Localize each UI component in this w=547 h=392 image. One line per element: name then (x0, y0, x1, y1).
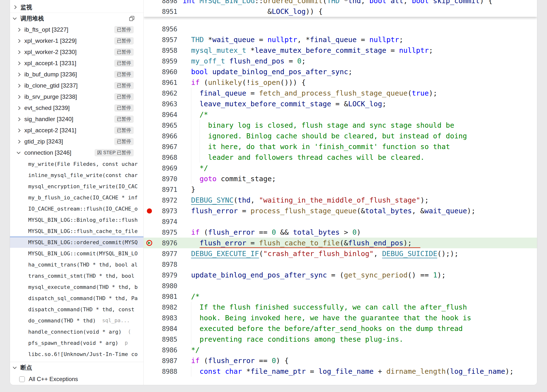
code-text[interactable] (177, 280, 537, 291)
sticky-scroll: 8898int MYSQL_BIN_LOG::ordered_commit(TH… (144, 0, 537, 17)
thread-row[interactable]: ib_fts_opt [3227]已暂停 (10, 24, 143, 35)
breakpoints-section-header[interactable]: 断点 (10, 362, 143, 373)
code-text[interactable]: flush_error = process_flush_stage_queue(… (177, 205, 537, 216)
code-token: ); (467, 207, 476, 215)
thread-row[interactable]: ib_clone_gtid [3237]已暂停 (10, 80, 143, 91)
code-text[interactable]: it here, do that work in 'finish_commit'… (177, 141, 537, 152)
code-text[interactable]: If the flush finished successfully, we c… (177, 302, 537, 312)
code-text[interactable] (177, 259, 537, 270)
code-text[interactable]: THD *wait_queue = nullptr, *final_queue … (177, 34, 537, 45)
code-text[interactable]: */ (177, 345, 537, 355)
code-text[interactable]: flush_error = flush_cache_to_file(&flush… (177, 238, 537, 248)
stack-frame[interactable]: inline_mysql_file_write(const char (10, 169, 143, 181)
code-text[interactable]: if (flush_error == 0) { (177, 355, 537, 366)
frame-name: pfs_spawn_thread(void * arg) (28, 340, 118, 346)
stack-frame[interactable]: dispatch_sql_command(THD * thd, Pa (10, 293, 143, 304)
stack-frame[interactable]: MYSQL_BIN_LOG::commit(MYSQL_BIN_LO (10, 248, 143, 259)
stack-frame[interactable]: my_b_flush_io_cache(IO_CACHE * inf (10, 192, 143, 203)
code-text[interactable] (177, 216, 537, 227)
code-text[interactable]: final_queue = fetch_and_process_flush_st… (177, 88, 537, 98)
thread-row[interactable]: xpl_worker-2 [3230]已暂停 (10, 46, 143, 58)
code-line: 8967 it here, do that work in 'finish_co… (144, 141, 537, 152)
line-number: 8971 (155, 186, 177, 193)
checkbox[interactable] (19, 376, 25, 382)
code-token (183, 292, 191, 301)
code-text[interactable]: executed before the before/after_send_ho… (177, 323, 537, 334)
code-text[interactable]: update_binlog_end_pos_after_sync = (get_… (177, 270, 537, 280)
code-text[interactable]: if (unlikely(!is_open())) { (177, 77, 537, 88)
code-token: dirname_length (386, 367, 446, 375)
code-text[interactable]: bool update_binlog_end_pos_after_sync; (177, 66, 537, 77)
thread-row[interactable]: ib_buf_dump [3236]已暂停 (10, 69, 143, 80)
code-token: (& (340, 239, 348, 247)
code-text[interactable]: leader and followers thread caches will … (177, 152, 537, 163)
code-token: leader and followers thread caches will … (183, 153, 424, 161)
thread-row[interactable]: gtid_zip [3243]已暂停 (10, 136, 143, 147)
code-text[interactable]: my_off_t flush_end_pos = 0; (177, 56, 537, 66)
frame-name: dispatch_sql_command(THD * thd, Pa (28, 295, 138, 301)
code-text[interactable]: preventing race conditions among these p… (177, 334, 537, 345)
stack-frame[interactable]: libc.so.6![Unknown/Just-In-Time co (10, 348, 143, 360)
stack-frame[interactable]: MYSQL_BIN_LOG::ordered_commit(MYSQ (10, 237, 143, 248)
stack-frame[interactable]: dispatch_command(THD * thd, const (10, 304, 143, 315)
code-text[interactable]: mysql_mutex_t *leave_mutex_before_commit… (177, 45, 537, 56)
breakpoint-gutter[interactable] (144, 240, 155, 246)
stack-frame[interactable]: trans_commit_stmt(THD * thd, bool (10, 270, 143, 281)
thread-row[interactable]: xpl_worker-1 [3229]已暂停 (10, 35, 143, 46)
code-text[interactable]: } (177, 184, 537, 195)
breakpoint-icon[interactable] (147, 208, 152, 214)
stack-frame[interactable]: handle_connection(void * arg)( (10, 326, 143, 337)
thread-row[interactable]: xpl_accept-2 [3241]已暂停 (10, 125, 143, 136)
code-token: it here, do that work in 'finish_commit'… (183, 143, 450, 151)
code-text[interactable]: &LOCK_log)) { (177, 6, 537, 17)
code-line: 8984 executed before the before/after_se… (144, 323, 537, 334)
code-token: log_file_name (318, 367, 374, 375)
code-token: DEBUG_SYNC (191, 196, 234, 204)
code-text[interactable]: DEBUG_SYNC(thd, "waiting_in_the_middle_o… (177, 195, 537, 205)
code-text[interactable] (177, 24, 537, 34)
code-text[interactable]: binary log is closed, flush stage and sy… (177, 120, 537, 131)
stack-frame[interactable]: mysql_encryption_file_write(IO_CAC (10, 181, 143, 192)
code-text[interactable]: leave_mutex_before_commit_stage = &LOCK_… (177, 98, 537, 109)
code-text[interactable]: DEBUG_EXECUTE_IF("crash_after_flush_binl… (177, 248, 537, 259)
thread-row[interactable]: xpl_accept-1 [3231]已暂停 (10, 58, 143, 69)
stack-frame[interactable]: do_command(THD * thd)sql_pa... (10, 315, 143, 326)
code-token: = (306, 367, 318, 375)
code-text[interactable]: ignored. Binlog cache should be cleared,… (177, 131, 537, 141)
code-line: 8960 bool update_binlog_end_pos_after_sy… (144, 66, 537, 77)
thread-row[interactable]: connection [3246]因 STEP 已暂停 (10, 147, 143, 158)
code-text[interactable]: /* (177, 109, 537, 120)
code-text[interactable]: */ (177, 163, 537, 173)
code-line: 8976 flush_error = flush_cache_to_file(&… (144, 238, 537, 248)
breakpoint-item[interactable]: All C++ Exceptions (10, 373, 143, 385)
code-text[interactable]: /* (177, 291, 537, 302)
line-number: 8956 (155, 25, 177, 33)
stack-frame[interactable]: mysql_execute_command(THD * thd, b (10, 281, 143, 293)
current-line-breakpoint-icon[interactable] (146, 240, 152, 246)
code-text[interactable]: if (flush_error == 0 && total_bytes > 0) (177, 227, 537, 238)
code-text[interactable]: int MYSQL_BIN_LOG::ordered_commit(THD *t… (177, 0, 537, 6)
code-line: 8985 preventing race conditions among th… (144, 334, 537, 345)
stack-frame[interactable]: MYSQL_BIN_LOG::flush_cache_to_file (10, 225, 143, 237)
code-token: = (238, 207, 250, 215)
code-token: , * (297, 36, 310, 44)
breakpoint-gutter[interactable] (144, 208, 155, 214)
thread-row[interactable]: evt_sched [3239]已暂停 (10, 102, 143, 114)
stack-frame[interactable]: pfs_spawn_thread(void * arg)p (10, 337, 143, 348)
copy-icon[interactable] (129, 16, 135, 21)
code-token: (! (242, 78, 250, 87)
stack-frame[interactable]: IO_CACHE_ostream::flush(IO_CACHE_o (10, 203, 143, 214)
code-token: file_name_ptr (250, 367, 306, 375)
stack-frame[interactable]: my_write(File Filedes, const uchar (10, 158, 143, 169)
code-text[interactable]: hook. Being invoked here, we have the gu… (177, 312, 537, 323)
code-text[interactable]: const char *file_name_ptr = log_file_nam… (177, 366, 537, 377)
thread-row[interactable]: ib_srv_purge [3238]已暂停 (10, 91, 143, 102)
callstack-section-header[interactable]: 调用堆栈 (10, 13, 143, 24)
vscode-window: 监视 调用堆栈 ib_fts_opt [3227]已暂停xpl_worker-1… (10, 0, 537, 385)
indent-guide (191, 120, 191, 131)
stack-frame[interactable]: MYSQL_BIN_LOG::Binlog_ofile::flush (10, 214, 143, 225)
stack-frame[interactable]: ha_commit_trans(THD * thd, bool al (10, 259, 143, 270)
code-text[interactable]: goto commit_stage; (177, 173, 537, 184)
watch-section-header[interactable]: 监视 (10, 2, 143, 13)
thread-row[interactable]: sig_handler [3240]已暂停 (10, 114, 143, 125)
